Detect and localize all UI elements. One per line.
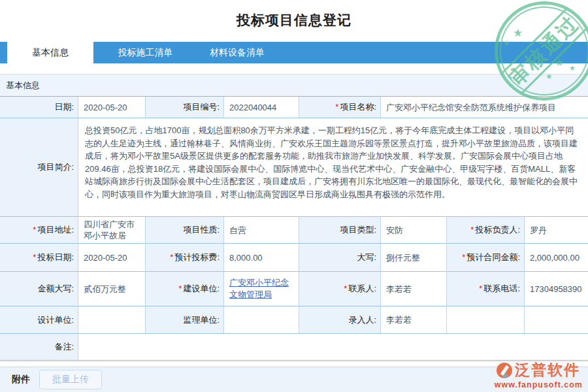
fanpu-logo-url: www.fanpusoft.com <box>495 380 583 389</box>
label-fee-caps: 大写: <box>299 244 381 272</box>
tab-bid-construction-list[interactable]: 投标施工清单 <box>101 42 189 63</box>
label-bid-leader: *投标负责人: <box>447 217 525 244</box>
page-title: 投标项目信息登记 <box>0 11 588 29</box>
value-entry-person-text: 李若若 <box>386 314 412 325</box>
value-est-bid-fee-text: 8,000.00 <box>229 252 263 263</box>
label-amount-caps: 金额大写: <box>0 272 78 306</box>
label-est-contract: *预计合同金额: <box>447 244 525 272</box>
value-build-unit: 广安邓小平纪念文物管理局 <box>224 272 299 306</box>
value-summary-text: 总投资50亿元，占地1700亩，规划总面积80余万平方米承建，一期工程约15亿元… <box>85 124 580 201</box>
value-amount-caps: 贰佰万元整 <box>78 272 146 306</box>
label-project-name-text: 项目名称: <box>340 102 376 112</box>
value-date: 2020-05-20 <box>78 97 146 118</box>
value-type-text: 安防 <box>386 225 403 236</box>
label-phone: *联系电话: <box>447 272 525 306</box>
label-type-text: 项目类型: <box>340 225 376 235</box>
label-bid-date-text: 投标日期: <box>37 252 74 263</box>
fanpu-logo-text: 泛普软件 <box>515 360 580 380</box>
label-entry-person-text: 录入人: <box>348 315 376 325</box>
required-mark: * <box>344 284 347 294</box>
value-design-unit <box>78 306 146 334</box>
basic-info-table: 日期: 2020-05-20 项目编号: 2022040044 *项目名称: 广… <box>0 96 588 361</box>
value-project-name: 广安邓小平纪念馆安全防范系统维护保养项目 <box>381 97 588 118</box>
label-bid-date: *投标日期: <box>0 244 78 272</box>
label-supervise-unit-text: 监理单位: <box>183 315 220 325</box>
value-amount-caps-text: 贰佰万元整 <box>84 284 126 295</box>
value-phone-text: 17304958390 <box>530 284 582 295</box>
required-mark: * <box>479 284 482 294</box>
value-remark <box>78 334 588 360</box>
label-contact: *联系人: <box>299 272 381 306</box>
tab-material-equipment-list[interactable]: 材料设备清单 <box>193 42 282 63</box>
value-phone: 17304958390 <box>525 272 588 306</box>
label-project-no: 项目编号: <box>146 97 224 118</box>
required-mark: * <box>470 225 474 235</box>
required-mark: * <box>33 252 36 263</box>
value-project-name-text: 广安邓小平纪念馆安全防范系统维护保养项目 <box>386 102 556 113</box>
empty-cell <box>525 306 588 334</box>
value-bid-date: 2020-05-20 <box>78 244 146 272</box>
value-supervise-unit <box>224 306 299 334</box>
value-entry-person: 李若若 <box>381 306 447 334</box>
label-fee-caps-text: 大写: <box>357 252 376 263</box>
label-date: 日期: <box>0 97 78 118</box>
value-fee-caps: 捌仟元整 <box>381 244 447 272</box>
label-est-contract-text: 预计合同金额: <box>466 252 520 263</box>
label-nature: 项目性质: <box>146 217 224 244</box>
label-project-name: *项目名称: <box>299 97 381 118</box>
label-bid-leader-text: 投标负责人: <box>475 225 520 235</box>
label-entry-person: 录入人: <box>299 306 381 334</box>
value-fee-caps-text: 捌仟元整 <box>386 252 420 263</box>
required-mark: * <box>170 252 173 263</box>
empty-cell <box>447 306 525 334</box>
fanpu-logo-icon <box>497 363 512 378</box>
required-mark: * <box>462 252 465 263</box>
label-date-text: 日期: <box>54 102 74 112</box>
value-est-contract-text: 2,000,000.00 <box>530 252 580 263</box>
value-project-no-text: 2022040044 <box>229 102 276 113</box>
label-summary-text: 项目简介: <box>37 162 74 172</box>
label-build-unit: *建设单位: <box>146 272 224 306</box>
section-header: 基本信息 <box>0 74 588 96</box>
label-contact-text: 联系人: <box>348 284 376 294</box>
value-est-contract: 2,000,000.00 <box>525 244 588 272</box>
value-address-text: 四川省广安市邓小平故居 <box>84 219 142 241</box>
value-bid-leader-text: 罗丹 <box>530 225 547 236</box>
label-build-unit-text: 建设单位: <box>183 284 220 294</box>
label-project-no-text: 项目编号: <box>183 102 220 112</box>
label-design-unit-text: 设计单位: <box>37 315 74 325</box>
value-contact: 李若若 <box>381 272 447 306</box>
value-summary: 总投资50亿元，占地1700亩，规划总面积80余万平方米承建，一期工程约15亿元… <box>78 118 588 217</box>
value-date-text: 2020-05-20 <box>84 102 127 113</box>
batch-upload-button[interactable]: 批量上传 <box>39 370 102 389</box>
label-remark-text: 备注: <box>54 342 74 352</box>
value-nature-text: 自营 <box>229 225 246 236</box>
bid-project-registration-page: 投标项目信息登记 基本信息 投标施工清单 材料设备清单 基本信息 日期: 202… <box>0 0 588 392</box>
value-project-no: 2022040044 <box>224 97 299 118</box>
build-unit-link[interactable]: 广安邓小平纪念文物管理局 <box>229 277 296 301</box>
value-contact-text: 李若若 <box>386 284 412 295</box>
tab-bar: 基本信息 投标施工清单 材料设备清单 <box>0 42 588 63</box>
label-remark: 备注: <box>0 334 78 360</box>
label-supervise-unit: 监理单位: <box>146 306 224 334</box>
attachment-label: 附件 <box>12 374 30 385</box>
required-mark: * <box>33 225 36 235</box>
value-bid-leader: 罗丹 <box>525 217 588 244</box>
label-type: 项目类型: <box>299 217 381 244</box>
value-bid-date-text: 2020-05-20 <box>84 252 127 263</box>
label-design-unit: 设计单位: <box>0 306 78 334</box>
value-address: 四川省广安市邓小平故居 <box>78 217 146 244</box>
label-est-bid-fee-text: 预计投标费: <box>174 252 220 263</box>
required-mark: * <box>335 102 338 112</box>
tab-basic-info[interactable]: 基本信息 <box>7 42 93 74</box>
value-nature: 自营 <box>224 217 299 244</box>
fanpu-logo: 泛普软件 www.fanpusoft.com <box>495 360 583 389</box>
label-address: *项目地址: <box>0 217 78 244</box>
label-nature-text: 项目性质: <box>183 225 220 235</box>
value-est-bid-fee: 8,000.00 <box>224 244 299 272</box>
label-amount-caps-text: 金额大写: <box>37 284 74 294</box>
label-address-text: 项目地址: <box>37 225 74 235</box>
value-type: 安防 <box>381 217 447 244</box>
required-mark: * <box>178 284 182 294</box>
label-summary: 项目简介: <box>0 118 78 217</box>
